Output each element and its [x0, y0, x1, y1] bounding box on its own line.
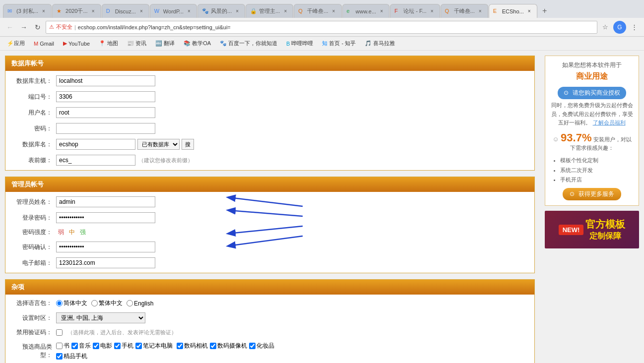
admin-email-label: 电子邮箱： — [11, 259, 56, 267]
tab-close-t5[interactable]: × — [234, 8, 241, 15]
strength-mid: 中 — [69, 228, 75, 237]
lang-traditional-label[interactable]: 繁体中文 — [91, 299, 123, 307]
ad1-buy-button[interactable]: ⊙ 请您购买商业授权 — [558, 87, 626, 99]
tab-close-t3[interactable]: × — [138, 8, 145, 15]
product-videocam-cb[interactable] — [210, 343, 216, 349]
back-button[interactable]: ← — [4, 21, 16, 33]
captcha-checkbox-label[interactable]: （选择此项，进入后台、发表评论无需验证） — [56, 329, 177, 336]
tab-title-t3: Discuz... — [115, 8, 136, 14]
timezone-row: 设置时区： 亚洲, 中国, 上海 — [5, 310, 534, 326]
db-prefix-input[interactable] — [56, 155, 135, 166]
tab-close-t9[interactable]: × — [429, 8, 436, 15]
tab-title-t7: 千峰叁... — [307, 7, 328, 15]
admin-form: 管理员姓名： 登录密码： 密码强度： 弱 中 强 — [5, 192, 534, 273]
tab-close-t10[interactable]: × — [477, 8, 484, 15]
tab-t5[interactable]: 🐾 风景的... × — [197, 4, 245, 18]
bookmark-translate[interactable]: 🔤 翻译 — [152, 39, 178, 48]
lang-english-label[interactable]: English — [127, 300, 153, 307]
lang-traditional-radio[interactable] — [91, 300, 98, 306]
product-music[interactable]: 音乐 — [71, 342, 91, 350]
refresh-button[interactable]: ↻ — [32, 21, 44, 33]
product-phone[interactable]: 手机 — [114, 342, 133, 350]
tab-t4[interactable]: W WordP... × — [150, 4, 197, 18]
tab-t8[interactable]: e www.e... × — [342, 4, 390, 18]
bookmark-ximalaya[interactable]: 🎵 喜马拉雅 — [362, 39, 398, 48]
db-section-header: 数据库帐号 — [5, 56, 534, 71]
db-port-input[interactable] — [56, 91, 155, 102]
db-pwd-input[interactable] — [56, 123, 155, 134]
address-input[interactable] — [78, 24, 594, 30]
new-tab-button[interactable]: + — [538, 4, 552, 18]
admin-email-input[interactable] — [56, 257, 155, 268]
profile-button[interactable]: G — [613, 21, 626, 34]
ad2-new-label: NEW! — [559, 225, 584, 235]
tab-t10[interactable]: Q 千峰叁... × — [441, 4, 488, 18]
tab-close-t8[interactable]: × — [378, 8, 385, 15]
security-label: 不安全 — [56, 23, 72, 31]
bookmark-oa[interactable]: 📚 教学OA — [181, 39, 214, 48]
tab-t3[interactable]: D Discuz... × — [102, 4, 149, 18]
db-existing-select[interactable]: 已有数据库 — [137, 139, 180, 150]
menu-button[interactable]: ⋮ — [628, 21, 640, 33]
bookmark-zhihu[interactable]: 知 首页 - 知乎 — [319, 39, 359, 48]
tab-t7[interactable]: Q 千峰叁... × — [294, 4, 341, 18]
product-book-cb[interactable] — [56, 343, 63, 349]
product-laptop-cb[interactable] — [135, 343, 142, 349]
product-luxury-phone-cb[interactable] — [56, 353, 63, 360]
tab-t2[interactable]: ★ 2020千... × — [52, 4, 101, 18]
product-videocam[interactable]: 数码摄像机 — [210, 342, 247, 350]
product-luxury-phone[interactable]: 精品手机 — [56, 352, 87, 361]
bookmark-apps[interactable]: ⚡ 应用 — [4, 39, 28, 48]
product-music-cb[interactable] — [71, 343, 78, 349]
db-host-input[interactable] — [56, 75, 155, 86]
bookmark-youtube[interactable]: ▶ YouTube — [60, 39, 93, 48]
product-camera[interactable]: 数码相机 — [177, 342, 208, 350]
db-name-input[interactable] — [56, 139, 135, 150]
tab-close-t7[interactable]: × — [330, 8, 337, 15]
lang-simplified-label[interactable]: 简体中文 — [56, 299, 87, 307]
lang-english-radio[interactable] — [127, 300, 133, 306]
db-user-input[interactable] — [56, 107, 155, 118]
tab-favicon-t5: 🐾 — [202, 8, 209, 15]
db-search-button[interactable]: 搜 — [182, 139, 194, 150]
product-movie-cb[interactable] — [93, 343, 99, 349]
forward-button[interactable]: → — [18, 21, 30, 33]
tab-t6[interactable]: 🔒 管理主... × — [246, 4, 293, 18]
admin-confirm-input[interactable] — [56, 242, 155, 252]
tab-t9[interactable]: F 论坛 - F... × — [390, 4, 440, 18]
bookmark-baidu[interactable]: 🐾 百度一下，你就知道 — [217, 39, 280, 48]
ximalaya-icon: 🎵 — [365, 40, 372, 47]
admin-pwd-input[interactable] — [56, 212, 155, 223]
admin-name-input[interactable] — [56, 196, 155, 207]
tab-t1[interactable]: ✉ (3 封私... × — [3, 4, 52, 18]
ad1-service-button[interactable]: ⊙ 获得更多服务 — [563, 188, 621, 200]
bookmark-button[interactable]: ☆ — [599, 21, 611, 33]
product-movie[interactable]: 电影 — [93, 342, 112, 350]
tab-favicon-t3: D — [106, 8, 113, 15]
tab-close-t2[interactable]: × — [90, 8, 97, 15]
product-cosmetics-cb[interactable] — [249, 343, 256, 349]
captcha-checkbox[interactable] — [56, 329, 63, 336]
bookmark-news[interactable]: 📰 资讯 — [124, 39, 149, 48]
tab-t11[interactable]: E ECSho... × — [489, 4, 537, 18]
tab-close-t4[interactable]: × — [186, 8, 193, 15]
timezone-select[interactable]: 亚洲, 中国, 上海 — [56, 312, 145, 323]
tab-close-t11[interactable]: × — [526, 8, 533, 15]
bookmark-map[interactable]: 📍 地图 — [96, 39, 121, 48]
lang-simplified-radio[interactable] — [56, 300, 63, 306]
tab-close-t1[interactable]: × — [40, 8, 47, 15]
ad1-link[interactable]: 了解会员福利 — [593, 120, 626, 125]
product-phone-cb[interactable] — [114, 343, 121, 349]
product-book[interactable]: 书 — [56, 342, 69, 350]
product-laptop[interactable]: 笔记本电脑 — [135, 342, 173, 350]
youtube-icon: ▶ — [63, 40, 67, 47]
bookmark-bilibili[interactable]: B 哗哩哗哩 — [283, 39, 316, 48]
product-cosmetics[interactable]: 化妆品 — [249, 342, 274, 350]
bookmark-baidu-label: 百度一下，你就知道 — [228, 40, 277, 47]
db-prefix-row: 表前缀： （建议您修改表前缀） — [5, 152, 534, 168]
product-camera-cb[interactable] — [177, 343, 183, 349]
bookmark-gmail[interactable]: M Gmail — [31, 40, 57, 48]
zhihu-icon: 知 — [322, 40, 327, 47]
captcha-row: 禁用验证码： （选择此项，进入后台、发表评论无需验证） — [5, 326, 534, 339]
tab-close-t6[interactable]: × — [282, 8, 289, 15]
